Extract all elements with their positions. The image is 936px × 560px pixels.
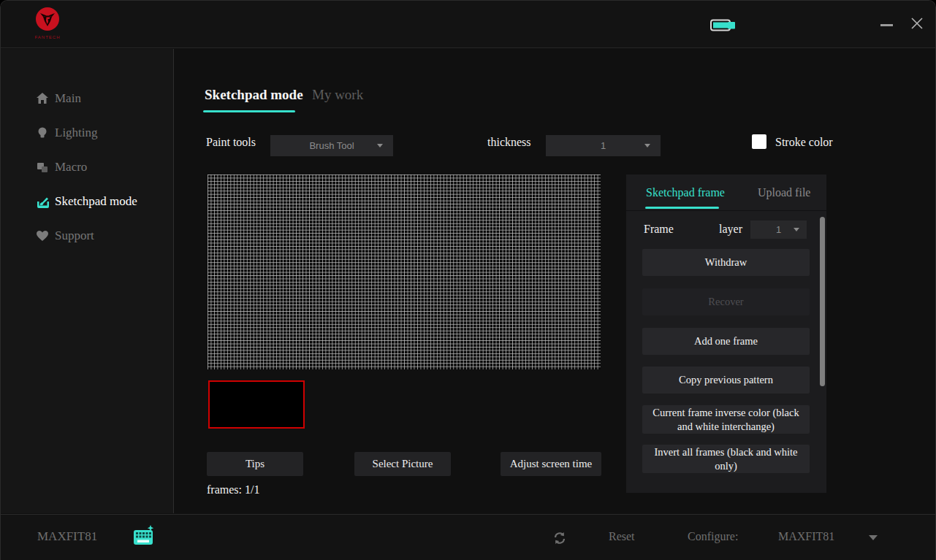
invert-all-frames-button[interactable]: Invert all frames (black and white only) (642, 445, 810, 473)
adjust-screen-time-button[interactable]: Adjust screen time (501, 452, 601, 476)
withdraw-button[interactable]: Withdraw (642, 249, 810, 276)
home-icon (36, 92, 49, 105)
layer-value: 1 (776, 224, 781, 235)
panel-scrollbar[interactable] (820, 217, 825, 386)
sidebar-item-label: Main (55, 91, 81, 106)
title-bar: FANTECH (1, 1, 935, 48)
add-one-frame-button[interactable]: Add one frame (642, 328, 810, 355)
refresh-arrows-icon[interactable] (552, 531, 567, 548)
thickness-dropdown[interactable]: 1 (546, 135, 661, 156)
sidebar-item-main[interactable]: Main (1, 86, 173, 111)
app-window: FANTECH Main (0, 0, 936, 560)
sidebar-item-support[interactable]: Support (1, 223, 173, 248)
close-icon (910, 16, 924, 34)
battery-icon (710, 19, 738, 35)
minimize-icon (880, 24, 893, 26)
caret-down-icon (377, 144, 383, 147)
paint-tools-label: Paint tools (206, 136, 256, 149)
sidebar-item-label: Lighting (55, 126, 98, 140)
device-name: MAXFIT81 (37, 529, 97, 544)
sidebar-item-lighting[interactable]: Lighting (1, 120, 173, 145)
brand-name: FANTECH (27, 35, 68, 39)
active-tab-underline (203, 110, 295, 112)
caret-down-icon (794, 228, 799, 231)
sidebar-item-macro[interactable]: Macro (1, 155, 173, 180)
reset-button[interactable]: Reset (609, 530, 635, 543)
sidebar-item-sketchpad-mode[interactable]: Sketchpad mode (1, 189, 173, 214)
fantech-logo-icon (35, 21, 60, 34)
brush-tray-icon (36, 195, 49, 208)
frame-preview-thumbnail[interactable] (208, 380, 305, 429)
main-content: Sketchpad mode My work Paint tools Brush… (175, 49, 936, 513)
overlapping-squares-icon (36, 161, 49, 174)
sidebar-item-label: Support (55, 229, 94, 243)
frames-counter: frames: 1/1 (207, 483, 259, 496)
tab-upload-file[interactable]: Upload file (758, 186, 810, 199)
sidebar-nav: Main Lighting Macro Sketchpad mode (1, 49, 174, 513)
layer-label: layer (719, 223, 742, 236)
caret-down-icon (644, 144, 650, 147)
recover-button[interactable]: Recover (642, 288, 810, 315)
minimize-button[interactable] (873, 14, 899, 36)
active-panel-tab-underline (645, 207, 719, 209)
lightbulb-icon (36, 126, 49, 139)
select-picture-button[interactable]: Select Picture (354, 452, 451, 476)
frame-panel: Sketchpad frame Upload file Frame layer … (626, 174, 826, 493)
inverse-current-frame-button[interactable]: Current frame inverse color (black and w… (642, 405, 810, 434)
tab-my-work[interactable]: My work (312, 87, 363, 103)
sidebar-item-label: Sketchpad mode (55, 194, 137, 209)
tab-sketchpad-mode[interactable]: Sketchpad mode (205, 87, 303, 103)
configure-device-dropdown[interactable]: MAXFIT81 (778, 530, 834, 543)
stroke-color-label: Stroke color (775, 136, 833, 149)
stroke-color-swatch[interactable] (752, 134, 766, 149)
tab-sketchpad-frame[interactable]: Sketchpad frame (646, 186, 725, 199)
paint-tool-value: Brush Tool (309, 140, 354, 151)
keyboard-sparkle-icon[interactable] (131, 522, 157, 551)
layer-dropdown[interactable]: 1 (750, 220, 807, 239)
brand-logo: FANTECH (27, 7, 68, 45)
sketchpad-grid-canvas[interactable] (208, 174, 601, 369)
caret-down-icon[interactable] (869, 535, 878, 540)
frame-label: Frame (644, 223, 674, 236)
frame-panel-tabs: Sketchpad frame Upload file (626, 174, 826, 211)
tips-button[interactable]: Tips (207, 452, 303, 476)
heart-icon (36, 229, 49, 242)
configure-label: Configure: (688, 530, 738, 543)
thickness-value: 1 (601, 140, 606, 151)
close-button[interactable] (904, 14, 930, 36)
footer-bar: MAXFIT81 Reset Configure: MAXFIT81 (1, 514, 935, 560)
thickness-label: thickness (487, 136, 531, 149)
copy-previous-pattern-button[interactable]: Copy previous pattern (642, 367, 810, 394)
sidebar-item-label: Macro (55, 160, 87, 174)
paint-tool-dropdown[interactable]: Brush Tool (270, 135, 393, 156)
